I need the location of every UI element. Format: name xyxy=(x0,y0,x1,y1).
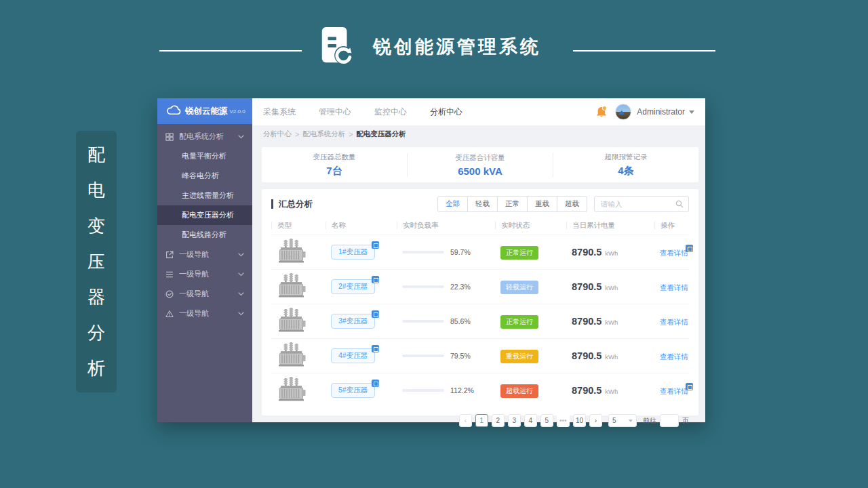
breadcrumb-item[interactable]: 分析中心 xyxy=(263,129,292,139)
stat-item: 超限报警记录4条 xyxy=(553,152,698,178)
search-box xyxy=(594,196,689,212)
status-badge: 重载运行 xyxy=(500,350,538,363)
link-badge-icon xyxy=(372,345,379,352)
goto-page-input[interactable] xyxy=(660,414,679,427)
page-button[interactable]: 2 xyxy=(492,414,505,427)
page-button[interactable]: 5 xyxy=(540,414,553,427)
page-button[interactable]: 4 xyxy=(524,414,537,427)
sidebar-item[interactable]: 配电系统分析 xyxy=(157,127,252,146)
transformer-name-chip[interactable]: 1#变压器 xyxy=(331,245,375,260)
column-header: 实时负载率 xyxy=(397,222,495,229)
action-cell: 查看详情 xyxy=(654,246,689,258)
document-refresh-icon xyxy=(319,26,355,68)
transformer-image xyxy=(271,375,326,405)
page-button[interactable]: 10 xyxy=(573,414,586,427)
warning-icon xyxy=(165,310,174,318)
next-page-button[interactable]: › xyxy=(589,414,602,427)
action-cell: 查看详情 xyxy=(654,384,689,396)
search-icon[interactable] xyxy=(675,200,684,208)
sidebar-item-label: 峰谷电分析 xyxy=(182,171,219,181)
sidebar-item-label: 配电线路分析 xyxy=(182,230,226,240)
filter-button[interactable]: 超载 xyxy=(557,196,587,212)
transformer-name-chip[interactable]: 3#变压器 xyxy=(331,314,375,329)
app-logo-version: V2.0.0 xyxy=(230,108,245,115)
sidebar-item[interactable]: 一级导航 xyxy=(157,284,252,304)
status-cell: 正常运行 xyxy=(495,245,566,260)
view-details-link[interactable]: 查看详情 xyxy=(660,283,688,293)
nav-item[interactable]: 监控中心 xyxy=(374,106,407,118)
name-cell: 3#变压器 xyxy=(326,314,397,329)
name-cell: 1#变压器 xyxy=(326,245,397,260)
page-button[interactable]: 1 xyxy=(475,414,488,427)
column-header: 类型 xyxy=(271,222,326,229)
nav-item[interactable]: 采集系统 xyxy=(263,106,296,118)
nav-item[interactable]: 管理中心 xyxy=(319,106,351,118)
load-progress-bar xyxy=(402,354,444,357)
sidebar-item-active[interactable]: 配电变压器分析 xyxy=(157,205,252,225)
filter-button[interactable]: 重载 xyxy=(528,196,557,212)
page-size-select[interactable]: 5 xyxy=(608,414,637,427)
status-cell: 轻载运行 xyxy=(495,280,566,294)
sidebar-item[interactable]: 一级导航 xyxy=(157,264,252,284)
energy-cell: 8790.5kWh xyxy=(566,281,654,292)
energy-value: 8790.5 xyxy=(572,247,601,258)
sidebar-item-label: 配电变压器分析 xyxy=(182,210,234,220)
stat-item: 变压器总数量7台 xyxy=(262,152,407,178)
table-row: 5#变压器112.2%超载运行8790.5kWh查看详情 xyxy=(271,373,689,407)
view-details-link[interactable]: 查看详情 xyxy=(660,387,688,396)
sidebar-item[interactable]: 电量平衡分析 xyxy=(157,146,252,166)
banner-divider-right xyxy=(573,50,715,52)
link-badge-icon xyxy=(372,310,379,318)
chevron-down-icon[interactable] xyxy=(689,110,694,114)
energy-unit: kWh xyxy=(605,284,618,291)
filter-button[interactable]: 全部 xyxy=(437,196,468,212)
prev-page-button[interactable]: ‹ xyxy=(459,414,472,427)
breadcrumb-item[interactable]: 配电系统分析 xyxy=(302,129,345,139)
stats-bar: 变压器总数量7台变压器合计容量6500 kVA超限报警记录4条 xyxy=(262,147,698,182)
energy-unit: kWh xyxy=(605,249,618,257)
sidebar-item[interactable]: 一级导航 xyxy=(157,245,252,264)
transformer-name-chip[interactable]: 2#变压器 xyxy=(331,279,375,294)
view-details-link[interactable]: 查看详情 xyxy=(660,352,688,362)
sidebar-item[interactable]: 峰谷电分析 xyxy=(157,166,252,186)
action-cell: 查看详情 xyxy=(654,350,689,362)
page-size-value: 5 xyxy=(612,417,616,424)
side-tag-char: 分 xyxy=(87,321,105,345)
side-tag-char: 变 xyxy=(87,214,105,238)
energy-cell: 8790.5kWh xyxy=(566,350,654,361)
load-rate-cell: 59.7% xyxy=(397,248,495,256)
name-cell: 5#变压器 xyxy=(326,383,397,398)
energy-unit: kWh xyxy=(605,388,618,395)
link-badge-icon xyxy=(686,245,693,252)
page-button[interactable]: 3 xyxy=(508,414,521,427)
filter-button[interactable]: 轻载 xyxy=(468,196,498,212)
load-rate-cell: 112.2% xyxy=(397,386,495,394)
sidebar-item[interactable]: 配电线路分析 xyxy=(157,225,252,245)
transformer-name-chip[interactable]: 4#变压器 xyxy=(331,348,375,363)
energy-value: 8790.5 xyxy=(572,281,601,292)
sidebar-item-label: 一级导航 xyxy=(179,308,209,319)
side-tag-char: 电 xyxy=(87,178,105,202)
filter-button[interactable]: 正常 xyxy=(498,196,528,212)
status-cell: 重载运行 xyxy=(495,349,566,363)
side-tag-label: 配电变压器分析 xyxy=(76,131,117,392)
chevron-down-icon xyxy=(238,292,244,296)
section-title: 汇总分析 xyxy=(271,199,313,209)
sidebar-item-label: 一级导航 xyxy=(179,269,209,279)
check-icon xyxy=(165,290,174,298)
banner-divider-left xyxy=(159,50,302,52)
view-details-link[interactable]: 查看详情 xyxy=(660,318,688,327)
bell-icon[interactable] xyxy=(596,106,607,118)
status-badge: 超载运行 xyxy=(500,384,538,398)
view-details-link[interactable]: 查看详情 xyxy=(660,249,688,258)
status-badge: 正常运行 xyxy=(500,246,538,260)
search-input[interactable] xyxy=(599,199,675,209)
transformer-name-chip[interactable]: 5#变压器 xyxy=(331,383,375,398)
sidebar-item[interactable]: 一级导航 xyxy=(157,304,252,323)
app-logo[interactable]: 锐创云能源 V2.0.0 xyxy=(157,98,252,124)
user-avatar[interactable] xyxy=(615,104,631,120)
nav-item[interactable]: 分析中心 xyxy=(430,106,462,118)
load-rate-cell: 85.6% xyxy=(397,317,495,325)
stat-value: 7台 xyxy=(262,165,407,178)
sidebar-item[interactable]: 主进线需量分析 xyxy=(157,186,252,205)
